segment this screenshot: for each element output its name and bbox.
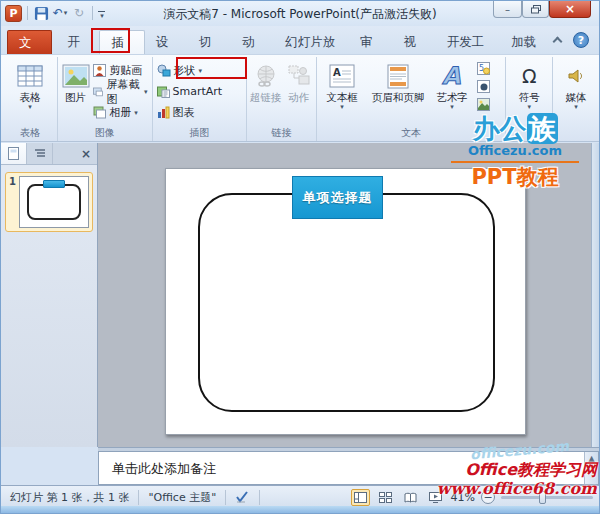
tab-slideshow[interactable]: 幻灯片放映 (274, 30, 349, 54)
thumbnail-blue-label (43, 180, 65, 188)
tab-developer[interactable]: 开发工具 (436, 30, 500, 54)
tab-animations[interactable]: 动画 (231, 30, 274, 54)
brand-logo: 办公族 (441, 114, 589, 144)
header-footer-icon (387, 64, 409, 89)
help-icon[interactable]: ? (573, 32, 589, 48)
slide-thumbnail-selected[interactable]: 1 (5, 172, 93, 232)
title-bar: P ↶ ▾ ↻ ▾ 演示文稿7 - Microsoft P (1, 1, 599, 26)
group-images: 图片 剪贴画 (58, 57, 153, 141)
slide-number: 1 (9, 176, 16, 187)
slides-panel: × 1 (1, 143, 98, 447)
svg-text:A: A (333, 67, 341, 78)
tab-review[interactable]: 审阅 (349, 30, 392, 54)
wordart-button-label: 艺术字 (436, 91, 468, 103)
tab-file[interactable]: 文件 (7, 30, 52, 54)
chart-button-label: 图表 (173, 105, 195, 120)
brand-name-badge: 族 (527, 113, 558, 144)
watermark-site: officezu.com Office教程学习网 www.office68.co… (427, 444, 597, 498)
media-button[interactable]: 媒体 ▾ (566, 58, 587, 111)
brand-divider (451, 161, 579, 163)
tab-transitions[interactable]: 切换 (188, 30, 231, 54)
tab-view[interactable]: 视图 (393, 30, 436, 54)
smartart-button-label: SmartArt (173, 85, 223, 98)
slides-panel-tabs: × (1, 143, 97, 165)
annotation-box-shapes-button (176, 57, 247, 79)
header-footer-button[interactable]: 页眉和页脚 (367, 58, 429, 103)
reading-view-button[interactable] (401, 489, 420, 506)
picture-button-label: 图片 (65, 91, 86, 103)
textbox-button-label: 文本框 (326, 91, 358, 103)
wordart-icon: A (439, 63, 465, 89)
album-button[interactable]: 相册 ▾ (91, 102, 149, 123)
shape-title-box[interactable]: 单项选择题 (292, 176, 383, 219)
table-icon (17, 64, 43, 88)
picture-icon (62, 64, 90, 88)
symbol-button[interactable]: Ω 符号 ▾ (519, 58, 540, 111)
annotation-box-insert-tab (91, 28, 130, 53)
window-controls: – × (493, 1, 591, 18)
group-label-table[interactable]: 表格 (5, 126, 55, 141)
group-links: 超链接 动作 链接 (247, 57, 317, 141)
normal-view-button[interactable] (351, 489, 370, 506)
watermark-brand: 办公族 Officezu.com PPT教程 (441, 114, 589, 189)
group-label-illustrations[interactable]: 插图 (155, 126, 245, 141)
group-label-images[interactable]: 图像 (60, 126, 150, 141)
action-button-label: 动作 (288, 91, 309, 103)
slide-canvas[interactable]: 单项选择题 (165, 168, 526, 435)
screenshot-button[interactable]: 屏幕截图 ▾ (91, 81, 149, 102)
group-label-links[interactable]: 链接 (249, 126, 314, 141)
omega-icon: Ω (522, 61, 537, 91)
brand-site: Officezu.com (441, 144, 589, 158)
svg-text:A: A (442, 63, 461, 89)
text-mini-buttons: 5 (475, 58, 492, 114)
slide-number-button[interactable] (477, 80, 490, 96)
vertical-scrollbar[interactable] (591, 143, 600, 447)
chart-button[interactable]: 图表 (155, 102, 225, 123)
spellcheck-button[interactable] (226, 490, 259, 504)
action-button: 动作 (284, 58, 314, 103)
dropdown-arrow-icon: ▾ (134, 109, 138, 117)
slide-number-icon (477, 80, 490, 93)
speaker-icon (566, 66, 586, 86)
site-url: www.office68.com (427, 479, 597, 498)
rounded-rectangle-shape[interactable] (198, 193, 495, 412)
tab-addins[interactable]: 加载项 (500, 30, 554, 54)
images-small-buttons: 剪贴画 屏幕截图 ▾ (91, 58, 149, 123)
close-button[interactable]: × (549, 1, 591, 18)
outline-icon (34, 148, 46, 159)
dropdown-arrow-icon: ▾ (527, 103, 531, 111)
object-button[interactable] (477, 98, 490, 114)
collapse-ribbon-icon[interactable] (553, 37, 563, 47)
date-time-button[interactable]: 5 (477, 62, 490, 78)
smartart-button[interactable]: SmartArt (155, 81, 225, 102)
slide-counter[interactable]: 幻灯片 第 1 张，共 1 张 (1, 490, 138, 505)
action-icon (287, 64, 311, 88)
tab-design[interactable]: 设计 (145, 30, 188, 54)
normal-view-icon (354, 492, 367, 503)
screenshot-icon (93, 85, 103, 98)
smartart-icon (157, 85, 170, 98)
picture-button[interactable]: 图片 (60, 58, 91, 103)
dropdown-arrow-icon: ▾ (450, 103, 454, 111)
reading-view-icon (404, 492, 417, 503)
spellcheck-icon (235, 490, 250, 504)
wordart-button[interactable]: A 艺术字 ▾ (431, 58, 473, 111)
shapes-icon (157, 64, 171, 77)
restore-icon (531, 5, 541, 14)
tab-outline[interactable] (27, 143, 53, 164)
restore-button[interactable] (522, 1, 549, 18)
table-button[interactable]: 表格 ▾ (17, 58, 43, 111)
slide-sorter-icon (379, 492, 392, 503)
textbox-button[interactable]: A 文本框 ▾ (319, 58, 365, 111)
window-bottom-edge (1, 506, 599, 513)
tab-slides-thumbnails[interactable] (1, 143, 27, 164)
slide-counter-label: 幻灯片 第 1 张，共 1 张 (10, 490, 129, 505)
textbox-icon: A (329, 64, 355, 88)
thumbnail-rounded-shape (27, 184, 81, 220)
theme-name[interactable]: "Office 主题" (139, 490, 225, 505)
minimize-button[interactable]: – (493, 1, 522, 18)
clipart-icon (93, 64, 106, 77)
slide-sorter-view-button[interactable] (376, 489, 395, 506)
close-panel-button[interactable]: × (75, 143, 97, 164)
powerpoint-window: P ↶ ▾ ↻ ▾ 演示文稿7 - Microsoft P (0, 0, 600, 514)
